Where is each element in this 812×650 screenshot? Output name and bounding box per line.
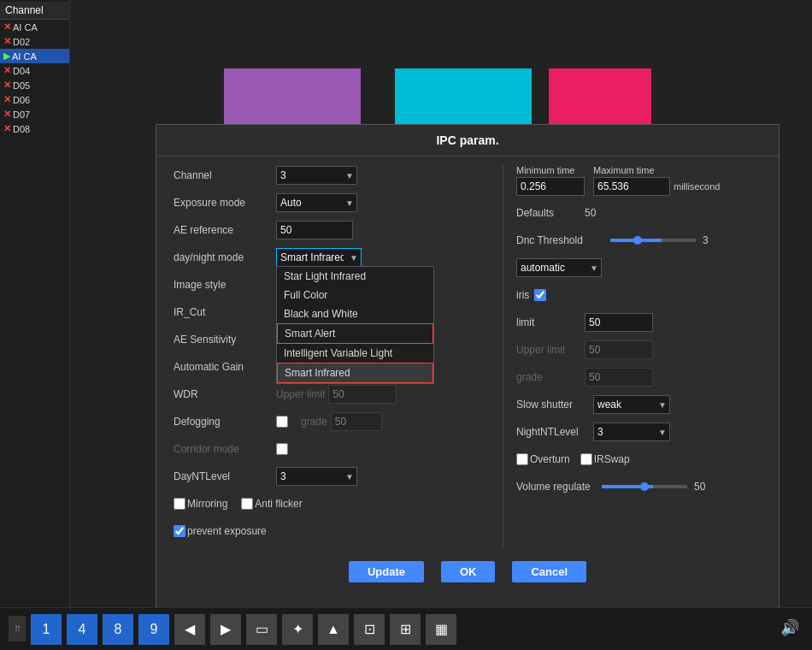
wdr-label: WDR — [174, 388, 276, 400]
min-time-input[interactable] — [516, 177, 585, 196]
dnc-value: 3 — [703, 234, 709, 246]
sidebar-item-d05[interactable]: ✕ D05 — [0, 78, 69, 92]
taskbar-btn-chart[interactable]: ▲ — [318, 614, 349, 645]
taskbar-btn-4[interactable]: 4 — [67, 614, 97, 645]
ok-button[interactable]: OK — [441, 561, 496, 582]
sidebar-item-aicam1[interactable]: ✕ AI CA — [0, 20, 69, 34]
overturn-checkbox[interactable] — [516, 453, 528, 465]
prev-icon: ◀ — [185, 621, 195, 637]
prevent-exposure-checkbox[interactable] — [174, 525, 185, 537]
taskbar-btn-screen[interactable]: ▭ — [246, 614, 277, 645]
dropdown-item-smartinfrared[interactable]: Smart Infrared — [277, 363, 433, 383]
exposure-select-wrapper[interactable]: Auto ▼ — [276, 193, 357, 212]
taskbar-btn-ptz[interactable]: ✦ — [282, 614, 313, 645]
cancel-button[interactable]: Cancel — [512, 561, 586, 582]
sidebar-item-d04[interactable]: ✕ D04 — [0, 63, 69, 78]
exposure-row: Exposure mode Auto ▼ — [174, 192, 494, 213]
taskbar-btn-8[interactable]: 8 — [103, 614, 133, 645]
taskbar-btn-prev[interactable]: ◀ — [174, 614, 205, 645]
overturn-row: Overturn IRSwap — [516, 449, 762, 470]
automatic-select-wrapper[interactable]: automatic ▼ — [516, 258, 602, 277]
sound-icon[interactable]: 🔊 — [780, 618, 799, 637]
daynt-select-wrapper[interactable]: 3 ▼ — [276, 467, 357, 486]
max-time-input[interactable] — [593, 177, 670, 196]
slow-shutter-select[interactable]: weak — [593, 395, 670, 414]
x-icon-8: ✕ — [3, 123, 11, 134]
exposure-select[interactable]: Auto — [276, 193, 357, 212]
ae-ref-row: AE reference — [174, 220, 494, 240]
taskbar-resize-handle[interactable]: ⠿ — [9, 616, 26, 641]
nightnt-select[interactable]: 3 — [593, 422, 670, 441]
upper-limit-label-right: Upper limit — [516, 344, 585, 356]
taskbar-btn-grid[interactable]: ⊞ — [390, 614, 421, 645]
dropdown-item-smartalert[interactable]: Smart Alert — [277, 323, 433, 344]
upper-limit-input — [328, 385, 397, 404]
daynight-select-wrapper[interactable]: Smart Infrared ▼ — [276, 248, 362, 267]
channel-row: Channel 3 ▼ — [174, 165, 494, 186]
ipc-param-dialog: IPC param. Channel 3 ▼ — [156, 124, 780, 607]
volume-label: Volume regulate — [516, 481, 602, 493]
channel-select[interactable]: 3 — [276, 166, 357, 185]
taskbar-btn-display[interactable]: ⊡ — [354, 614, 385, 645]
slow-shutter-select-wrapper[interactable]: weak ▼ — [593, 395, 670, 414]
defogging-checkbox[interactable] — [276, 416, 288, 428]
grid-icon: ⊞ — [400, 621, 411, 637]
volume-slider[interactable] — [602, 485, 687, 488]
taskbar-btn-1[interactable]: 1 — [31, 614, 62, 645]
wdr-row: WDR Upper limit — [174, 384, 494, 405]
anti-flicker-checkbox[interactable] — [241, 498, 253, 510]
dnc-slider-container: 3 — [610, 234, 709, 246]
taskbar-btn-9[interactable]: 9 — [138, 614, 169, 645]
volume-value: 50 — [694, 481, 705, 493]
sidebar-item-d02[interactable]: ✕ D02 — [0, 34, 69, 49]
dialog-buttons: Update OK Cancel — [174, 561, 762, 582]
dnc-label: Dnc Threshold — [516, 234, 610, 246]
daynight-select[interactable]: Smart Infrared — [276, 248, 362, 267]
dropdown-item-bw[interactable]: Black and White — [277, 304, 433, 323]
sidebar-label-7: D07 — [13, 109, 30, 120]
irswap-checkbox[interactable] — [580, 453, 592, 465]
daynight-dropdown: Star Light Infrared Full Color Black and… — [276, 266, 434, 384]
mirroring-checkbox[interactable] — [174, 498, 185, 510]
sidebar-item-aicam2[interactable]: ▶ AI CA — [0, 49, 69, 63]
next-icon: ▶ — [221, 621, 231, 637]
sidebar-item-d06[interactable]: ✕ D06 — [0, 92, 69, 107]
dnc-slider[interactable] — [610, 239, 696, 242]
limit-input-right[interactable] — [585, 313, 653, 332]
x-icon-6: ✕ — [3, 94, 11, 105]
ir-cut-label: IR_Cut — [174, 306, 276, 318]
volume-slider-container: 50 — [602, 481, 705, 493]
iris-label: iris — [516, 289, 529, 301]
taskbar-btn-next[interactable]: ▶ — [210, 614, 241, 645]
btn-4-label: 4 — [79, 622, 86, 637]
taskbar-buttons: 1 4 8 9 ◀ ▶ ▭ ✦ ▲ ⊡ ⊞ ▦ — [29, 614, 458, 645]
sidebar: Channel ✕ AI CA ✕ D02 ▶ AI CA ✕ D04 ✕ D0… — [0, 0, 70, 607]
daynt-row: DayNTLevel 3 ▼ — [174, 466, 494, 487]
ae-ref-input[interactable] — [276, 221, 353, 239]
limit-label-right: limit — [516, 316, 585, 328]
update-button[interactable]: Update — [349, 561, 424, 582]
dropdown-item-intelligent[interactable]: Intelligent Variable Light — [277, 344, 433, 363]
sidebar-header: Channel — [0, 2, 69, 20]
chart-icon: ▲ — [327, 622, 340, 637]
x-icon-2: ✕ — [3, 36, 11, 47]
daynt-select[interactable]: 3 — [276, 467, 357, 486]
minmax-time-row: Minimum time Maximum time millisecond — [516, 165, 762, 196]
sidebar-item-d08[interactable]: ✕ D08 — [0, 121, 69, 136]
x-icon-7: ✕ — [3, 109, 11, 120]
sidebar-item-d07[interactable]: ✕ D07 — [0, 107, 69, 121]
iris-checkbox[interactable] — [534, 289, 546, 301]
daynt-label: DayNTLevel — [174, 470, 276, 482]
taskbar-btn-qr[interactable]: ▦ — [426, 614, 456, 645]
mirroring-row: Mirroring Anti flicker — [174, 493, 494, 514]
iris-row: iris — [516, 285, 762, 305]
dropdown-item-starlight[interactable]: Star Light Infrared — [277, 267, 433, 286]
channel-select-wrapper[interactable]: 3 ▼ — [276, 166, 357, 185]
nightnt-select-wrapper[interactable]: 3 ▼ — [593, 422, 670, 441]
lower-limit-row-right: limit — [516, 312, 762, 333]
defaults-row: Defaults 50 — [516, 203, 762, 223]
automatic-select[interactable]: automatic — [516, 258, 602, 277]
mirroring-label: Mirroring — [187, 498, 227, 510]
dropdown-item-fullcolor[interactable]: Full Color — [277, 286, 433, 304]
corridor-checkbox[interactable] — [276, 443, 288, 455]
